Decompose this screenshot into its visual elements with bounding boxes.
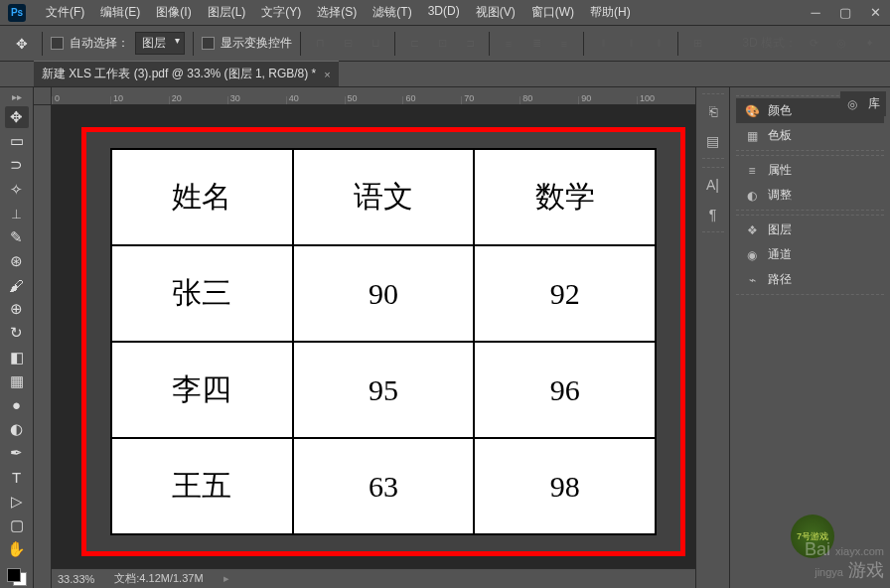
- status-arrow-icon[interactable]: ▸: [223, 572, 229, 585]
- grid-icon: ▦: [744, 128, 760, 144]
- menu-help[interactable]: 帮助(H): [582, 0, 639, 25]
- adjustments-panel-tab[interactable]: ◐ 调整: [736, 183, 884, 208]
- canvas[interactable]: 姓名 语文 数学 张三 90 92 李四 95 96: [62, 111, 685, 564]
- hand-tool[interactable]: ✋: [5, 538, 29, 560]
- table-cell: 96: [474, 342, 656, 438]
- menu-image[interactable]: 图像(I): [148, 0, 199, 25]
- minimize-button[interactable]: ─: [801, 1, 830, 25]
- channels-icon: ◉: [744, 247, 760, 263]
- align-vcenter-icon[interactable]: ⊟: [337, 33, 359, 55]
- menu-filter[interactable]: 滤镜(T): [365, 0, 419, 25]
- toolbar-expand-icon[interactable]: ▸▸: [12, 91, 22, 102]
- zoom-level[interactable]: 33.33%: [58, 573, 94, 585]
- table-cell: 张三: [111, 245, 293, 342]
- clone-stamp-tool[interactable]: ⊕: [5, 298, 29, 320]
- status-bar: 33.33% 文档:4.12M/1.37M ▸: [52, 568, 695, 588]
- table-header-cell: 姓名: [111, 149, 293, 245]
- pen-tool[interactable]: ✒: [5, 442, 29, 464]
- distribute-right-icon[interactable]: ⦀: [648, 33, 669, 55]
- magic-wand-tool[interactable]: ✧: [5, 178, 29, 200]
- right-panels: ⎗ ▤ A| ¶ 🎨 颜色 ▦ 色板 ≡ 属性: [695, 87, 890, 588]
- tab-close-button[interactable]: ×: [324, 69, 330, 80]
- align-left-icon[interactable]: ⊏: [403, 33, 425, 55]
- history-panel-icon[interactable]: ⎗: [702, 100, 724, 122]
- data-table: 姓名 语文 数学 张三 90 92 李四 95 96: [110, 148, 657, 535]
- move-tool[interactable]: ✥: [5, 106, 29, 128]
- marquee-tool[interactable]: ▭: [5, 130, 29, 152]
- 3d-zoom-icon[interactable]: ✦: [858, 33, 880, 55]
- table-header-row: 姓名 语文 数学: [111, 149, 656, 245]
- align-top-icon[interactable]: ⊓: [309, 33, 331, 55]
- gradient-tool[interactable]: ▦: [5, 370, 29, 392]
- rectangle-tool[interactable]: ▢: [5, 514, 29, 536]
- tab-title: 新建 XLS 工作表 (3).pdf @ 33.3% (图层 1, RGB/8)…: [42, 66, 316, 82]
- properties-panel-tab[interactable]: ≡ 属性: [736, 158, 884, 183]
- panel-list: 🎨 颜色 ▦ 色板 ≡ 属性 ◐ 调整 ❖ 图层: [730, 87, 890, 588]
- table-cell: 63: [293, 438, 475, 534]
- doc-size: 文档:4.12M/1.37M: [114, 571, 203, 586]
- eyedropper-tool[interactable]: ✎: [5, 226, 29, 248]
- history-brush-tool[interactable]: ↻: [5, 322, 29, 344]
- distribute-bottom-icon[interactable]: ≡: [553, 33, 575, 55]
- table-row: 王五 63 98: [111, 438, 656, 534]
- distribute-vcenter-icon[interactable]: ≣: [525, 33, 547, 55]
- menu-type[interactable]: 文字(Y): [253, 0, 309, 25]
- 3d-orbit-icon[interactable]: ⟳: [803, 33, 824, 55]
- table-cell: 95: [293, 342, 475, 438]
- menu-layer[interactable]: 图层(L): [200, 0, 254, 25]
- auto-align-icon[interactable]: ⊞: [686, 33, 708, 55]
- menu-edit[interactable]: 编辑(E): [92, 0, 148, 25]
- swatches-panel-tab[interactable]: ▦ 色板: [736, 123, 884, 148]
- document-tab[interactable]: 新建 XLS 工作表 (3).pdf @ 33.3% (图层 1, RGB/8)…: [34, 61, 339, 86]
- dodge-tool[interactable]: ◐: [5, 418, 29, 440]
- brush-tool[interactable]: 🖌: [5, 274, 29, 296]
- paragraph-panel-icon[interactable]: ¶: [702, 204, 724, 225]
- menu-3d[interactable]: 3D(D): [420, 0, 468, 25]
- color-swatches[interactable]: [5, 566, 29, 588]
- close-button[interactable]: ✕: [860, 1, 890, 25]
- actions-panel-icon[interactable]: ▤: [702, 130, 724, 152]
- table-header-cell: 数学: [474, 149, 656, 245]
- text-tool[interactable]: T: [5, 466, 29, 488]
- character-panel-icon[interactable]: A|: [702, 174, 724, 196]
- align-bottom-icon[interactable]: ⊔: [365, 33, 386, 55]
- menu-view[interactable]: 视图(V): [468, 0, 523, 25]
- horizontal-ruler: 0102030405060708090100: [52, 87, 695, 105]
- menu-select[interactable]: 选择(S): [309, 0, 365, 25]
- crop-tool[interactable]: ⟂: [5, 203, 29, 224]
- paths-panel-tab[interactable]: ⌁ 路径: [736, 267, 884, 292]
- distribute-hcenter-icon[interactable]: ⦀: [620, 33, 642, 55]
- lasso-tool[interactable]: ⊃: [5, 154, 29, 176]
- align-right-icon[interactable]: ⊐: [459, 33, 481, 55]
- blur-tool[interactable]: ●: [5, 394, 29, 416]
- align-hcenter-icon[interactable]: ⊡: [431, 33, 453, 55]
- table-cell: 王五: [111, 438, 293, 534]
- auto-select-checkbox[interactable]: [51, 37, 64, 50]
- palette-icon: 🎨: [744, 103, 760, 119]
- path-selection-tool[interactable]: ▷: [5, 491, 29, 513]
- library-panel-tab[interactable]: ◎ 库: [840, 91, 886, 116]
- canvas-area: 0102030405060708090100 姓名 语文 数学 张三 90: [34, 87, 695, 588]
- eraser-tool[interactable]: ◧: [5, 347, 29, 368]
- channels-panel-tab[interactable]: ◉ 通道: [736, 242, 884, 267]
- foreground-color-swatch[interactable]: [7, 568, 21, 582]
- menu-bar: 文件(F) 编辑(E) 图像(I) 图层(L) 文字(Y) 选择(S) 滤镜(T…: [38, 0, 639, 25]
- table-cell: 90: [293, 245, 475, 342]
- table-cell: 李四: [111, 342, 293, 438]
- table-header-cell: 语文: [293, 149, 475, 245]
- annotation-frame: 姓名 语文 数学 张三 90 92 李四 95 96: [81, 127, 685, 556]
- menu-window[interactable]: 窗口(W): [523, 0, 582, 25]
- maximize-button[interactable]: ▢: [830, 1, 860, 25]
- library-panel-group: ◎ 库: [840, 91, 886, 116]
- healing-brush-tool[interactable]: ⊛: [5, 250, 29, 272]
- auto-select-target-dropdown[interactable]: 图层: [135, 32, 185, 55]
- paths-icon: ⌁: [744, 272, 760, 288]
- distribute-top-icon[interactable]: ≡: [498, 33, 519, 55]
- show-transform-checkbox[interactable]: [202, 37, 215, 50]
- menu-file[interactable]: 文件(F): [38, 0, 92, 25]
- distribute-left-icon[interactable]: ⦀: [592, 33, 614, 55]
- 3d-pan-icon[interactable]: ◎: [830, 33, 852, 55]
- layers-panel-tab[interactable]: ❖ 图层: [736, 218, 884, 242]
- layers-icon: ❖: [744, 222, 760, 238]
- collapsed-panel-strip: ⎗ ▤ A| ¶: [696, 87, 730, 588]
